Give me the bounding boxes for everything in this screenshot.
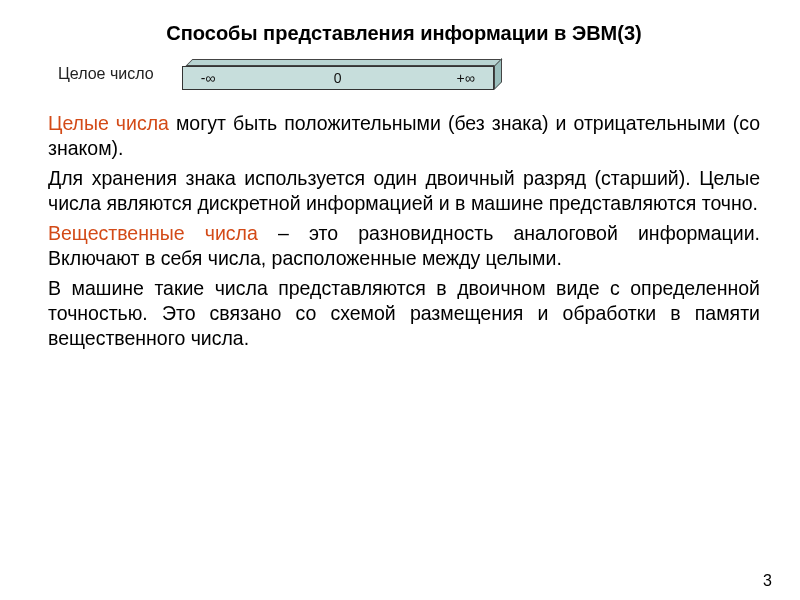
term-integers: Целые числа	[48, 112, 169, 134]
paragraph-1: Целые числа могут быть положительными (б…	[48, 111, 760, 160]
zero-label: 0	[334, 70, 342, 86]
paragraph-2: Для хранения знака используется один дво…	[48, 166, 760, 215]
page-number: 3	[763, 572, 772, 590]
integer-figure: Целое число -∞ 0 +∞	[58, 59, 760, 89]
paragraph-4: В машине такие числа представляются в дв…	[48, 276, 760, 350]
number-line-bar: -∞ 0 +∞	[182, 59, 492, 89]
integer-label: Целое число	[58, 65, 154, 83]
slide-title: Способы представления информации в ЭВМ(3…	[48, 22, 760, 45]
term-reals: Вещественные числа	[48, 222, 258, 244]
slide: Способы представления информации в ЭВМ(3…	[0, 0, 800, 600]
plus-infinity: +∞	[457, 70, 475, 86]
body-text: Целые числа могут быть положительными (б…	[48, 111, 760, 350]
paragraph-3: Вещественные числа – это разновидность а…	[48, 221, 760, 270]
minus-infinity: -∞	[201, 70, 216, 86]
